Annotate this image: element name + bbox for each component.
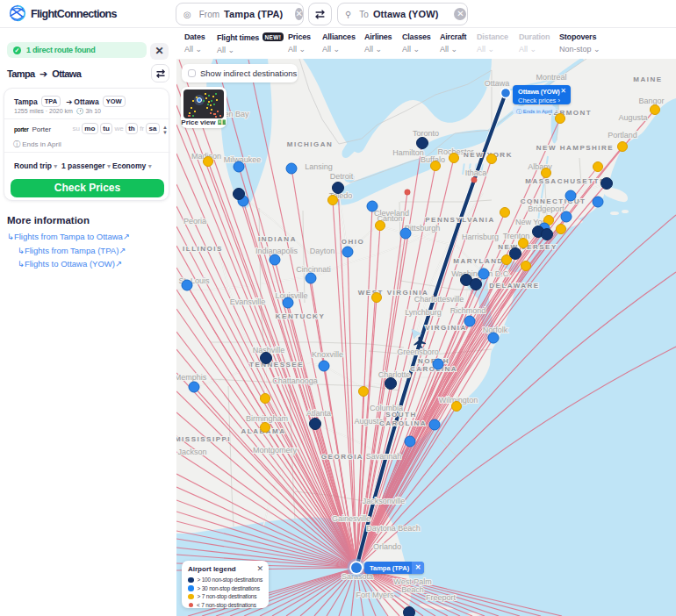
svg-text:Toronto: Toronto: [413, 129, 439, 138]
svg-text:Jackson: Jackson: [177, 448, 206, 456]
svg-text:Augusta: Augusta: [618, 113, 647, 122]
svg-text:Savannah: Savannah: [366, 452, 402, 461]
svg-text:CAROLINA: CAROLINA: [379, 419, 427, 427]
svg-text:VIRGINIA: VIRGINIA: [425, 324, 467, 332]
svg-text:Dayton: Dayton: [310, 247, 335, 255]
svg-text:Cincinnati: Cincinnati: [296, 265, 331, 274]
svg-text:Knoxville: Knoxville: [312, 350, 343, 359]
svg-text:Ottawa: Ottawa: [485, 79, 510, 88]
svg-text:Charlotte: Charlotte: [378, 370, 411, 379]
svg-text:Jacksonville: Jacksonville: [363, 497, 406, 505]
svg-text:Fort Myers: Fort Myers: [356, 591, 394, 599]
svg-text:Montreal: Montreal: [536, 73, 566, 82]
svg-text:Atlanta: Atlanta: [306, 409, 331, 418]
svg-text:Harrisburg: Harrisburg: [462, 233, 499, 241]
svg-text:Portland: Portland: [608, 131, 637, 140]
svg-text:MICHIGAN: MICHIGAN: [287, 140, 333, 148]
svg-text:Montgomery: Montgomery: [253, 446, 298, 455]
svg-text:Orlando: Orlando: [373, 542, 401, 551]
svg-text:OHIO: OHIO: [342, 238, 364, 246]
svg-text:KENTUCKY: KENTUCKY: [276, 312, 325, 320]
svg-text:Bangor: Bangor: [638, 97, 664, 105]
svg-text:SOUTH: SOUTH: [385, 411, 417, 419]
svg-text:GEORGIA: GEORGIA: [321, 453, 363, 461]
svg-text:Birmingham: Birmingham: [246, 414, 288, 423]
svg-text:Indianapolis: Indianapolis: [255, 247, 298, 255]
svg-text:CONNECTICUT: CONNECTICUT: [521, 197, 586, 205]
svg-text:Daytona Beach: Daytona Beach: [366, 524, 421, 533]
svg-text:Chattanooga: Chattanooga: [272, 376, 318, 385]
svg-text:PENNSYLVANIA: PENNSYLVANIA: [425, 216, 495, 224]
svg-text:Lynchburg: Lynchburg: [405, 308, 442, 317]
svg-text:Peoria: Peoria: [183, 217, 206, 226]
svg-text:MAINE: MAINE: [633, 75, 662, 83]
svg-text:DELAWARE: DELAWARE: [489, 282, 539, 290]
svg-text:Freeport: Freeport: [426, 593, 457, 602]
svg-text:Gainesville: Gainesville: [332, 514, 370, 523]
svg-text:Lansing: Lansing: [305, 162, 333, 171]
svg-text:MASSACHUSETTS: MASSACHUSETTS: [525, 177, 606, 185]
svg-text:Detroit: Detroit: [330, 172, 354, 181]
svg-text:Ithaca: Ithaca: [465, 168, 487, 177]
svg-text:TENNESSEE: TENNESSEE: [249, 361, 304, 369]
svg-text:Memphis: Memphis: [176, 373, 207, 382]
svg-text:ILLINOIS: ILLINOIS: [183, 245, 223, 253]
svg-text:Beach: Beach: [401, 585, 424, 594]
svg-text:Bridgeport: Bridgeport: [528, 204, 565, 213]
svg-text:Hamilton: Hamilton: [392, 148, 424, 157]
svg-text:MISSISSIPPI: MISSISSIPPI: [176, 435, 231, 443]
svg-text:Greensboro: Greensboro: [397, 347, 439, 356]
svg-text:Richmond: Richmond: [450, 306, 486, 315]
svg-text:WEST VIRGINIA: WEST VIRGINIA: [358, 289, 428, 297]
svg-text:Evansville: Evansville: [230, 297, 266, 306]
svg-text:MARYLAND: MARYLAND: [453, 257, 503, 265]
svg-text:NEW HAMPSHIRE: NEW HAMPSHIRE: [536, 144, 614, 152]
svg-text:INDIANA: INDIANA: [258, 235, 297, 243]
